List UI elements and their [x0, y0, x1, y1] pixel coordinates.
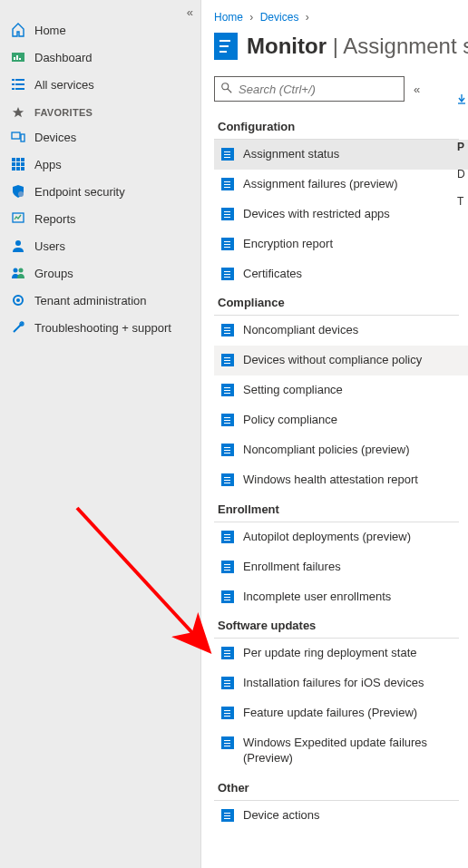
peek-d: D	[457, 168, 465, 180]
wrench-icon	[11, 320, 25, 335]
svg-line-30	[228, 88, 231, 92]
sidebar-devices-label: Devices	[34, 131, 76, 144]
list-icon	[11, 77, 25, 92]
monitor-item-icon	[221, 531, 234, 543]
page-title-main: Monitor	[247, 34, 327, 58]
svg-rect-1	[14, 57, 15, 60]
monitor-item-icon	[221, 647, 234, 659]
svg-rect-17	[21, 162, 24, 166]
monitor-item-label: Device actions	[243, 808, 326, 824]
breadcrumb-devices[interactable]: Devices	[260, 11, 299, 24]
monitor-nav-item[interactable]: Installation failures for iOS devices	[214, 668, 468, 698]
monitor-nav-item[interactable]: Assignment status	[214, 140, 468, 170]
gear-icon	[11, 293, 25, 307]
sidebar-apps-label: Apps	[34, 158, 62, 171]
sidebar-all-services[interactable]: All services	[0, 71, 200, 98]
user-icon	[11, 239, 25, 253]
monitor-item-label: Assignment status	[243, 147, 345, 162]
sidebar-home[interactable]: Home	[0, 16, 200, 44]
monitor-nav-item[interactable]: Autopilot deployments (preview)	[214, 522, 468, 552]
monitor-item-icon	[221, 148, 234, 161]
monitor-nav-item[interactable]: Noncompliant policies (preview)	[214, 435, 468, 465]
svg-point-29	[222, 83, 229, 89]
sidebar-dashboard-label: Dashboard	[34, 51, 93, 64]
svg-rect-19	[16, 167, 20, 171]
monitor-item-label: Feature update failures (Preview)	[243, 706, 423, 721]
svg-rect-12	[12, 158, 15, 161]
home-icon	[11, 23, 25, 37]
peek-link[interactable]	[457, 93, 466, 107]
svg-point-24	[14, 268, 18, 273]
search-input[interactable]	[239, 83, 398, 96]
breadcrumb-home[interactable]: Home	[214, 11, 243, 24]
sidebar-apps[interactable]: Apps	[0, 151, 200, 178]
monitor-nav-item[interactable]: Encryption report	[214, 229, 468, 259]
page-title-sub: Assignment s	[343, 34, 468, 58]
monitor-nav-item[interactable]: Certificates	[214, 259, 468, 289]
monitor-nav-item[interactable]: Incomplete user enrollments	[214, 582, 468, 612]
monitor-nav-item[interactable]: Windows health attestation report	[214, 465, 468, 495]
monitor-nav-item[interactable]: Enrollment failures	[214, 552, 468, 582]
groups-icon	[11, 266, 25, 280]
monitor-item-label: Enrollment failures	[243, 560, 346, 575]
svg-rect-13	[16, 158, 20, 161]
monitor-nav-item[interactable]: Assignment failures (preview)	[214, 170, 468, 200]
devices-icon	[11, 130, 25, 144]
section-header: Enrollment	[214, 495, 459, 522]
sidebar-troubleshooting-label: Troubleshooting + support	[34, 321, 171, 335]
sidebar-reports[interactable]: Reports	[0, 205, 200, 232]
monitor-item-icon	[221, 561, 234, 573]
favorites-header: FAVORITES	[0, 98, 200, 123]
search-box[interactable]	[214, 76, 405, 102]
page-title-sep: |	[327, 34, 343, 58]
svg-rect-6	[12, 83, 15, 85]
monitor-nav-item[interactable]: Devices without compliance policy	[214, 346, 468, 375]
monitor-nav-item[interactable]: Devices with restricted apps	[214, 200, 468, 229]
monitor-item-label: Autopilot deployments (preview)	[243, 530, 416, 545]
section-header: Configuration	[214, 112, 459, 140]
sidebar-dashboard[interactable]: Dashboard	[0, 44, 200, 71]
monitor-nav-item[interactable]: Windows Expedited update failures (Previ…	[214, 728, 468, 774]
monitor-nav-item[interactable]: Noncompliant devices	[214, 316, 468, 346]
monitor-nav: ConfigurationAssignment statusAssignment…	[214, 112, 468, 831]
monitor-item-label: Certificates	[243, 267, 307, 282]
section-header: Other	[214, 774, 459, 801]
monitor-nav-item[interactable]: Device actions	[214, 801, 468, 831]
monitor-item-icon	[221, 473, 234, 486]
monitor-nav-item[interactable]: Feature update failures (Preview)	[214, 698, 468, 728]
monitor-nav-item[interactable]: Setting compliance	[214, 375, 468, 405]
svg-rect-11	[21, 134, 24, 141]
sidebar-users[interactable]: Users	[0, 232, 200, 259]
sidebar-tenant-admin-label: Tenant administration	[34, 294, 147, 307]
monitor-item-icon	[221, 268, 234, 280]
collapse-monitor-nav-icon[interactable]: «	[414, 83, 420, 96]
monitor-item-label: Per update ring deployment state	[243, 646, 423, 661]
svg-point-23	[15, 240, 21, 246]
sidebar-devices[interactable]: Devices	[0, 123, 200, 151]
monitor-item-icon	[221, 414, 234, 426]
svg-rect-14	[21, 158, 24, 161]
page-header: Monitor | Assignment s	[214, 33, 468, 60]
monitor-item-icon	[221, 208, 234, 220]
favorites-label: FAVORITES	[34, 107, 93, 118]
svg-rect-20	[21, 167, 24, 171]
svg-point-27	[16, 298, 20, 302]
sidebar-troubleshooting[interactable]: Troubleshooting + support	[0, 314, 200, 341]
monitor-item-label: Assignment failures (preview)	[243, 177, 404, 192]
chevron-right-icon: ›	[246, 11, 257, 24]
monitor-nav-item[interactable]: Policy compliance	[214, 405, 468, 435]
monitor-nav-item[interactable]: Per update ring deployment state	[214, 639, 468, 668]
monitor-item-label: Devices with restricted apps	[243, 207, 395, 222]
monitor-item-label: Policy compliance	[243, 413, 343, 428]
monitor-item-icon	[221, 444, 234, 456]
sidebar-groups[interactable]: Groups	[0, 259, 200, 287]
peek-p: P	[457, 141, 464, 153]
collapse-sidebar-icon[interactable]: «	[187, 5, 193, 19]
monitor-item-label: Setting compliance	[243, 383, 348, 398]
search-icon	[220, 82, 233, 97]
monitor-item-icon	[221, 707, 234, 719]
sidebar-tenant-admin[interactable]: Tenant administration	[0, 287, 200, 314]
chevron-right-icon: ›	[302, 11, 313, 24]
monitor-item-icon	[221, 354, 234, 366]
sidebar-endpoint-security[interactable]: Endpoint security	[0, 178, 200, 205]
